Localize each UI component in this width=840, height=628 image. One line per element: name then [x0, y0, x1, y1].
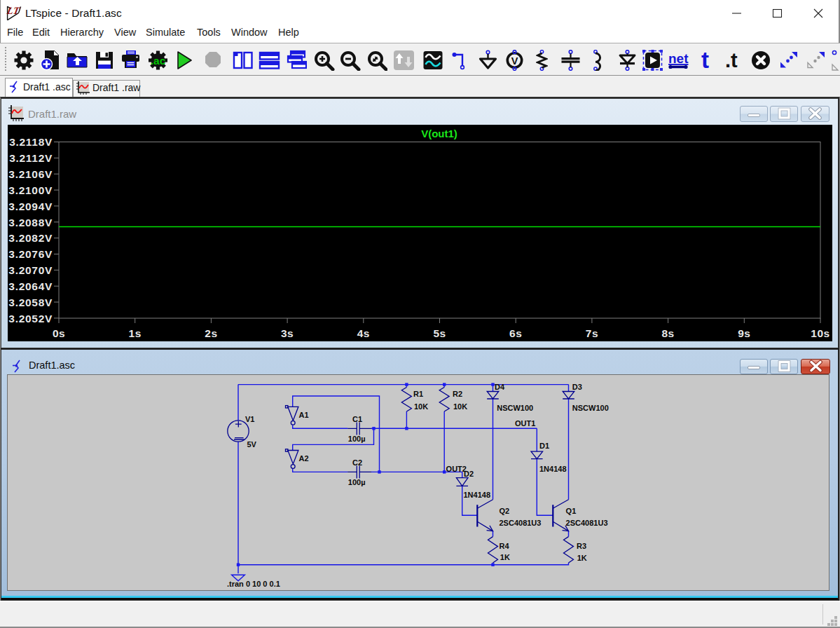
- svg-text:.tran 0 10 0 0.1: .tran 0 10 0 0.1: [227, 580, 280, 588]
- svg-text:100µ: 100µ: [348, 478, 366, 486]
- svg-text:t: t: [701, 49, 709, 70]
- svg-text:D2: D2: [464, 470, 474, 478]
- svg-text:Q2: Q2: [500, 507, 510, 515]
- svg-text:D3: D3: [572, 383, 582, 391]
- svg-text:R4: R4: [500, 542, 510, 550]
- svg-text:1s: 1s: [129, 327, 142, 339]
- svg-text:10K: 10K: [414, 402, 428, 411]
- svg-text:D4: D4: [495, 383, 505, 391]
- svg-text:7s: 7s: [586, 327, 598, 339]
- svg-text:R1: R1: [413, 390, 423, 398]
- svg-text:3.2058V: 3.2058V: [8, 296, 53, 308]
- svg-text:4s: 4s: [357, 327, 370, 339]
- svg-text:R2: R2: [453, 390, 462, 398]
- svg-text:net: net: [668, 51, 689, 66]
- svg-text:5V: 5V: [247, 440, 257, 449]
- svg-text:OUT1: OUT1: [515, 419, 535, 428]
- svg-text:0s: 0s: [53, 327, 65, 339]
- svg-text:3.2070V: 3.2070V: [8, 264, 53, 276]
- svg-text:3s: 3s: [281, 327, 294, 339]
- svg-text:LT: LT: [6, 5, 21, 16]
- svg-text:100µ: 100µ: [348, 435, 366, 443]
- svg-text:3.2076V: 3.2076V: [8, 248, 53, 260]
- svg-text:C2: C2: [352, 458, 362, 467]
- svg-text:3.2052V: 3.2052V: [8, 313, 53, 325]
- svg-text:1N4148: 1N4148: [539, 465, 567, 473]
- svg-text:3.2112V: 3.2112V: [9, 152, 53, 164]
- svg-text:Q1: Q1: [566, 507, 577, 515]
- svg-text:.ac: .ac: [151, 55, 166, 67]
- svg-text:3.2064V: 3.2064V: [8, 280, 53, 292]
- svg-text:1K: 1K: [577, 554, 587, 562]
- svg-text:D1: D1: [539, 442, 549, 450]
- svg-text:3.2100V: 3.2100V: [8, 184, 53, 196]
- svg-text:8s: 8s: [661, 327, 674, 339]
- svg-text:2SC4081U3: 2SC4081U3: [566, 519, 608, 527]
- svg-text:V: V: [511, 55, 518, 67]
- svg-text:10K: 10K: [453, 402, 467, 411]
- svg-text:2s: 2s: [205, 327, 217, 339]
- svg-text:3.2106V: 3.2106V: [8, 168, 53, 180]
- svg-text:3.2094V: 3.2094V: [8, 200, 53, 212]
- svg-text:5s: 5s: [433, 327, 446, 339]
- svg-text:.t: .t: [725, 49, 738, 70]
- svg-text:C1: C1: [352, 415, 362, 423]
- svg-text:3.2088V: 3.2088V: [8, 217, 53, 228]
- svg-text:V(out1): V(out1): [421, 128, 457, 139]
- svg-text:10s: 10s: [811, 327, 829, 339]
- svg-text:1K: 1K: [500, 553, 510, 561]
- svg-text:6s: 6s: [509, 327, 522, 339]
- svg-text:1N4148: 1N4148: [464, 491, 491, 499]
- svg-text:A1: A1: [299, 411, 309, 419]
- svg-text:A2: A2: [299, 454, 309, 463]
- svg-text:3.2118V: 3.2118V: [9, 136, 53, 148]
- svg-text:9s: 9s: [738, 327, 750, 339]
- svg-text:2SC4081U3: 2SC4081U3: [500, 519, 542, 527]
- svg-text:3.2082V: 3.2082V: [8, 232, 53, 244]
- svg-text:R3: R3: [577, 542, 586, 550]
- svg-text:NSCW100: NSCW100: [497, 404, 533, 412]
- svg-text:NSCW100: NSCW100: [572, 404, 609, 412]
- svg-text:V1: V1: [245, 415, 254, 423]
